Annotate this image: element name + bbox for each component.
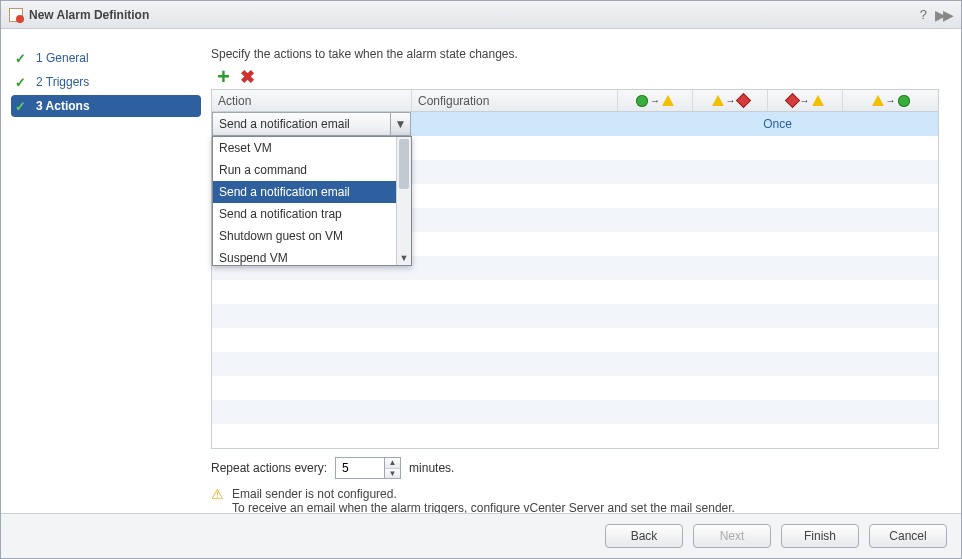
arrow-right-icon: → — [800, 95, 810, 106]
actions-grid: Action Configuration → → → → — [211, 89, 939, 449]
arrow-right-icon: → — [650, 95, 660, 106]
status-warning-icon — [872, 95, 884, 106]
action-option[interactable]: Send a notification trap — [213, 203, 411, 225]
status-error-icon — [784, 93, 800, 109]
action-dropdown: Reset VM Run a command Send a notificati… — [212, 136, 412, 266]
grid-row-empty — [212, 424, 938, 448]
action-option[interactable]: Run a command — [213, 159, 411, 181]
repeat-label: Repeat actions every: — [211, 461, 327, 475]
dialog-footer: Back Next Finish Cancel — [1, 513, 961, 558]
action-option-selected[interactable]: Send a notification email — [213, 181, 411, 203]
grid-header: Action Configuration → → → → — [212, 90, 938, 112]
back-button[interactable]: Back — [605, 524, 683, 548]
status-ok-icon — [898, 95, 910, 107]
repeat-spinner[interactable]: ▲ ▼ — [335, 457, 401, 479]
wizard-step-triggers[interactable]: ✓ 2 Triggers — [11, 71, 201, 93]
warning-line2: To receive an email when the alarm trigg… — [232, 501, 735, 513]
action-select-value: Send a notification email — [213, 117, 390, 131]
add-icon[interactable]: + — [217, 69, 230, 85]
config-cell[interactable] — [412, 112, 618, 136]
check-icon: ✓ — [15, 99, 26, 114]
warning-icon: ⚠ — [211, 487, 224, 513]
delete-icon[interactable]: ✖ — [240, 69, 255, 85]
grid-row-empty — [212, 400, 938, 424]
arrow-right-icon: → — [886, 95, 896, 106]
finish-button[interactable]: Finish — [781, 524, 859, 548]
spinner-up-icon[interactable]: ▲ — [385, 458, 400, 469]
arrow-right-icon: → — [726, 95, 736, 106]
grid-row-empty — [212, 328, 938, 352]
grid-row-empty — [212, 376, 938, 400]
warning-line1: Email sender is not configured. — [232, 487, 735, 501]
scroll-thumb[interactable] — [399, 139, 409, 189]
dialog-window: New Alarm Definition ? ▶▶ ✓ 1 General ✓ … — [0, 0, 962, 559]
status-warning-icon — [812, 95, 824, 106]
grid-body: Send a notification email ▼ Reset VM Run… — [212, 112, 938, 448]
dropdown-scrollbar[interactable]: ▲ ▼ — [396, 137, 411, 265]
action-select[interactable]: Send a notification email ▼ Reset VM Run… — [212, 112, 411, 136]
window-title: New Alarm Definition — [29, 8, 914, 22]
status-warning-icon — [662, 95, 674, 106]
alarm-logo-icon — [9, 8, 23, 22]
grid-row-empty — [212, 352, 938, 376]
grid-row-empty — [212, 304, 938, 328]
scroll-down-icon[interactable]: ▼ — [397, 251, 411, 265]
cancel-button[interactable]: Cancel — [869, 524, 947, 548]
status-warning-icon — [712, 95, 724, 106]
action-option[interactable]: Reset VM — [213, 137, 411, 159]
status-ok-icon — [636, 95, 648, 107]
col-yellow-to-green[interactable]: → — [843, 90, 938, 111]
repeat-unit: minutes. — [409, 461, 454, 475]
wizard-step-label: 3 Actions — [36, 99, 90, 113]
col-configuration[interactable]: Configuration — [412, 90, 618, 111]
col-red-to-yellow[interactable]: → — [768, 90, 843, 111]
expand-icon[interactable]: ▶▶ — [933, 7, 953, 23]
action-option[interactable]: Shutdown guest on VM — [213, 225, 411, 247]
repeat-row: Repeat actions every: ▲ ▼ minutes. — [211, 457, 939, 479]
actions-toolbar: + ✖ — [211, 69, 939, 85]
next-button: Next — [693, 524, 771, 548]
wizard-step-label: 1 General — [36, 51, 89, 65]
repeat-input[interactable] — [336, 458, 384, 478]
grid-row-selected[interactable]: Send a notification email ▼ Reset VM Run… — [212, 112, 938, 136]
spinner-down-icon[interactable]: ▼ — [385, 469, 400, 479]
action-option[interactable]: Suspend VM — [213, 247, 411, 265]
grid-row-empty — [212, 280, 938, 304]
status-error-icon — [735, 93, 751, 109]
wizard-step-general[interactable]: ✓ 1 General — [11, 47, 201, 69]
wizard-sidebar: ✓ 1 General ✓ 2 Triggers ✓ 3 Actions — [1, 29, 211, 513]
step-content: Specify the actions to take when the ala… — [211, 29, 961, 513]
title-bar: New Alarm Definition ? ▶▶ — [1, 1, 961, 29]
dialog-body: ✓ 1 General ✓ 2 Triggers ✓ 3 Actions Spe… — [1, 29, 961, 513]
instruction-text: Specify the actions to take when the ala… — [211, 47, 939, 61]
check-icon: ✓ — [15, 75, 26, 90]
col-yellow-to-red[interactable]: → — [693, 90, 768, 111]
col-action[interactable]: Action — [212, 90, 412, 111]
help-icon[interactable]: ? — [914, 7, 933, 22]
wizard-step-label: 2 Triggers — [36, 75, 89, 89]
check-icon: ✓ — [15, 51, 26, 66]
col-green-to-yellow[interactable]: → — [618, 90, 693, 111]
dropdown-arrow-icon[interactable]: ▼ — [390, 113, 410, 135]
frequency-cell[interactable]: Once — [618, 112, 938, 136]
wizard-step-actions[interactable]: ✓ 3 Actions — [11, 95, 201, 117]
warning-block: ⚠ Email sender is not configured. To rec… — [211, 487, 939, 513]
